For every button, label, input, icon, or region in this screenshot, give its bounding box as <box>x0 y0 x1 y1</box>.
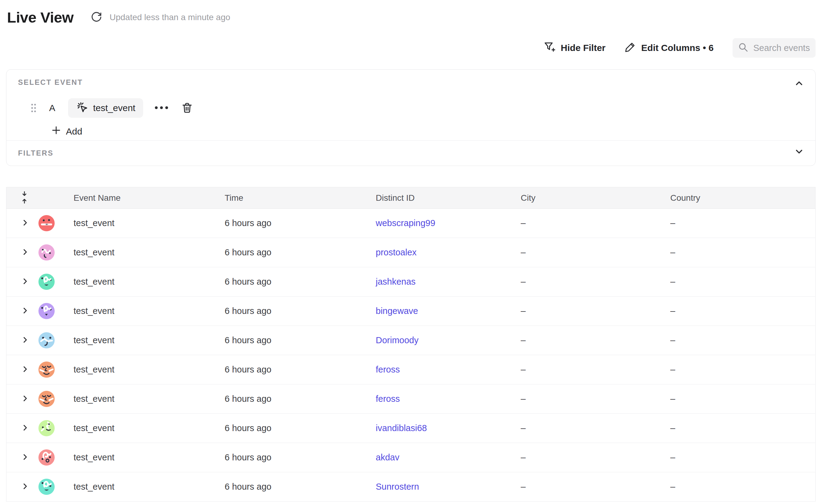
expand-filters-button[interactable] <box>792 145 806 160</box>
distinct-id-link[interactable]: ivandiblasi68 <box>376 423 427 433</box>
table-header-row: Event Name Time Distinct ID City Country <box>6 187 815 209</box>
title-row: Live View Updated less than a minute ago <box>0 0 840 27</box>
distinct-id-link[interactable]: feross <box>376 364 400 374</box>
country-cell: – <box>670 306 815 316</box>
collapse-rows-button[interactable] <box>20 191 29 205</box>
table-row[interactable]: test_event 6 hours ago akdav – – <box>6 443 815 472</box>
distinct-id-link[interactable]: prostoalex <box>376 248 417 257</box>
distinct-id-link[interactable]: jashkenas <box>376 277 416 287</box>
avatar <box>38 479 55 495</box>
city-cell: – <box>521 364 670 375</box>
distinct-id-link[interactable]: Sunrostern <box>376 482 419 491</box>
time-cell: 6 hours ago <box>225 218 376 228</box>
table-row[interactable]: test_event 6 hours ago Sunrostern – – <box>6 472 815 502</box>
edit-columns-button[interactable]: Edit Columns • 6 <box>625 41 714 55</box>
avatar <box>38 274 55 290</box>
chevron-right-icon <box>21 453 29 462</box>
table-row[interactable]: test_event 6 hours ago Dorimoody – – <box>6 326 815 355</box>
country-cell: – <box>670 423 815 433</box>
edit-columns-label: Edit Columns • 6 <box>641 43 714 53</box>
chevron-down-icon <box>794 146 804 158</box>
country-cell: – <box>670 364 815 375</box>
expand-row-button[interactable] <box>20 335 30 346</box>
updated-status: Updated less than a minute ago <box>109 13 230 22</box>
table-row[interactable]: test_event 6 hours ago prostoalex – – <box>6 238 815 267</box>
column-header-city: City <box>521 193 670 203</box>
table-row[interactable]: test_event 6 hours ago ivandiblasi68 – – <box>6 414 815 443</box>
country-cell: – <box>670 482 815 492</box>
refresh-icon <box>91 11 102 24</box>
event-name-cell: test_event <box>73 306 225 316</box>
expand-row-button[interactable] <box>20 247 30 258</box>
column-header-country: Country <box>670 193 815 203</box>
expand-row-button[interactable] <box>20 481 30 492</box>
event-name-cell: test_event <box>73 277 225 287</box>
country-cell: – <box>670 452 815 463</box>
avatar <box>38 303 55 319</box>
expand-row-button[interactable] <box>20 422 30 434</box>
delete-event-button[interactable] <box>179 100 195 116</box>
refresh-button[interactable] <box>91 11 102 24</box>
select-event-label: SELECT EVENT <box>18 78 788 87</box>
event-options-button[interactable] <box>152 103 171 113</box>
hide-filter-label: Hide Filter <box>561 43 606 53</box>
avatar <box>38 361 55 378</box>
time-cell: 6 hours ago <box>225 248 376 257</box>
time-cell: 6 hours ago <box>225 277 376 287</box>
chevron-right-icon <box>21 365 29 374</box>
event-row: A test_event <box>18 98 788 118</box>
distinct-id-link[interactable]: bingewave <box>376 306 418 316</box>
event-selector-button[interactable]: test_event <box>68 98 143 118</box>
expand-row-button[interactable] <box>20 364 30 375</box>
add-event-button[interactable]: Add <box>51 125 82 138</box>
expand-row-button[interactable] <box>20 452 30 463</box>
chevron-up-icon <box>794 78 804 89</box>
add-button-label: Add <box>66 126 82 137</box>
country-cell: – <box>670 277 815 287</box>
chevron-right-icon <box>21 482 29 491</box>
event-name-cell: test_event <box>73 248 225 257</box>
collapse-select-event-button[interactable] <box>792 76 806 91</box>
distinct-id-link[interactable]: webscraping99 <box>376 218 435 228</box>
column-header-time: Time <box>225 193 376 203</box>
table-row[interactable]: test_event 6 hours ago bingewave – – <box>6 296 815 326</box>
trash-icon <box>181 102 193 115</box>
filters-section: FILTERS <box>6 141 815 166</box>
table-row[interactable]: test_event 6 hours ago feross – – <box>6 384 815 414</box>
avatar <box>38 215 55 231</box>
filter-plus-icon <box>543 41 556 55</box>
time-cell: 6 hours ago <box>225 394 376 404</box>
expand-row-button[interactable] <box>20 393 30 404</box>
select-event-section: SELECT EVENT A test_event <box>6 70 815 141</box>
column-header-distinct-id: Distinct ID <box>376 193 521 203</box>
event-name-cell: test_event <box>73 394 225 404</box>
time-cell: 6 hours ago <box>225 335 376 345</box>
query-builder-panel: SELECT EVENT A test_event <box>6 69 816 166</box>
event-name-cell: test_event <box>73 452 225 463</box>
table-row[interactable]: test_event 6 hours ago feross – – <box>6 355 815 384</box>
more-options-icon <box>154 106 169 111</box>
chevron-right-icon <box>21 277 29 286</box>
distinct-id-link[interactable]: Dorimoody <box>376 335 419 345</box>
distinct-id-link[interactable]: akdav <box>376 452 399 462</box>
event-series-letter: A <box>49 103 55 113</box>
search-box <box>733 38 816 58</box>
expand-row-button[interactable] <box>20 217 30 229</box>
drag-handle-icon[interactable] <box>30 103 37 113</box>
hide-filter-button[interactable]: Hide Filter <box>543 41 606 55</box>
city-cell: – <box>521 306 670 316</box>
plus-icon <box>51 125 62 138</box>
distinct-id-link[interactable]: feross <box>376 394 400 403</box>
avatar <box>38 420 55 436</box>
table-body: test_event 6 hours ago webscraping99 – – <box>6 209 815 502</box>
table-row[interactable]: test_event 6 hours ago jashkenas – – <box>6 267 815 296</box>
expand-row-button[interactable] <box>20 305 30 317</box>
table-row[interactable]: test_event 6 hours ago webscraping99 – – <box>6 209 815 238</box>
search-events-input[interactable] <box>753 43 811 53</box>
city-cell: – <box>521 335 670 345</box>
page-title: Live View <box>7 9 73 26</box>
city-cell: – <box>521 248 670 257</box>
expand-row-button[interactable] <box>20 276 30 287</box>
time-cell: 6 hours ago <box>225 423 376 433</box>
column-header-event-name: Event Name <box>73 193 225 203</box>
